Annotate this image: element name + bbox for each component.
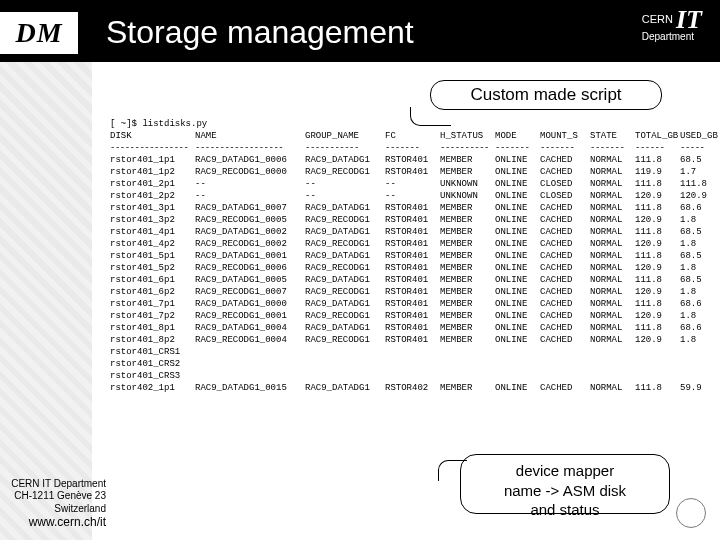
cell: RAC9_DATADG1_0015 xyxy=(195,382,305,394)
cell: 111.8 xyxy=(635,274,680,286)
cell: NORMAL xyxy=(590,274,635,286)
cell xyxy=(385,370,440,382)
cell: NORMAL xyxy=(590,178,635,190)
callout-bottom-l3: and status xyxy=(461,500,669,520)
cell: RAC9_DATADG1 xyxy=(305,274,385,286)
cell: ONLINE xyxy=(495,250,540,262)
cell: 1.8 xyxy=(680,310,710,322)
cell: RSTOR401 xyxy=(385,250,440,262)
table-row: rstor401_CRS1 xyxy=(110,346,710,358)
cell: rstor401_3p2 xyxy=(110,214,195,226)
cell: NORMAL xyxy=(590,286,635,298)
col-header: MODE xyxy=(495,130,540,142)
col-dash: ------- xyxy=(590,142,635,154)
cell: rstor401_5p1 xyxy=(110,250,195,262)
cell: 120.9 xyxy=(635,262,680,274)
cell xyxy=(440,358,495,370)
table-row: rstor401_6p1RAC9_DATADG1_0005RAC9_DATADG… xyxy=(110,274,710,286)
cell: RSTOR401 xyxy=(385,154,440,166)
table-row: rstor401_1p1RAC9_DATADG1_0006RAC9_DATADG… xyxy=(110,154,710,166)
footer-l3: Switzerland xyxy=(6,503,106,516)
cell: 111.8 xyxy=(635,298,680,310)
cell: RSTOR401 xyxy=(385,262,440,274)
cell: MEMBER xyxy=(440,322,495,334)
cell: MEMBER xyxy=(440,334,495,346)
cell: NORMAL xyxy=(590,382,635,394)
table-row: rstor401_7p1RAC9_DATADG1_0000RAC9_DATADG… xyxy=(110,298,710,310)
cell: CACHED xyxy=(540,298,590,310)
cell: RSTOR401 xyxy=(385,298,440,310)
cell: NORMAL xyxy=(590,310,635,322)
col-dash: ---------- xyxy=(440,142,495,154)
cell: MEMBER xyxy=(440,226,495,238)
cell: RAC9_DATADG1 xyxy=(305,154,385,166)
cell: ONLINE xyxy=(495,334,540,346)
table-row: rstor401_CRS2 xyxy=(110,358,710,370)
cell: MEMBER xyxy=(440,286,495,298)
cell: RAC9_RECODG1_0002 xyxy=(195,238,305,250)
cell: rstor401_2p2 xyxy=(110,190,195,202)
dept-text: Department xyxy=(642,32,702,42)
cell xyxy=(305,346,385,358)
cell: RAC9_DATADG1_0002 xyxy=(195,226,305,238)
cell: NORMAL xyxy=(590,226,635,238)
cell: rstor401_CRS1 xyxy=(110,346,195,358)
cell: 68.6 xyxy=(680,202,710,214)
footer-url: www.cern.ch/it xyxy=(6,515,106,530)
cell: MEMBER xyxy=(440,166,495,178)
cell: rstor401_CRS3 xyxy=(110,370,195,382)
cell: 1.8 xyxy=(680,286,710,298)
cell: NORMAL xyxy=(590,190,635,202)
cell: ONLINE xyxy=(495,286,540,298)
cell: -- xyxy=(305,190,385,202)
cell: RSTOR401 xyxy=(385,322,440,334)
cell: MEMBER xyxy=(440,310,495,322)
cell: CACHED xyxy=(540,322,590,334)
col-header: TOTAL_GB xyxy=(635,130,680,142)
cell: 120.9 xyxy=(635,310,680,322)
cell: 68.5 xyxy=(680,154,710,166)
table-row: rstor401_CRS3 xyxy=(110,370,710,382)
cell: 1.7 xyxy=(680,166,710,178)
cell: 111.8 xyxy=(635,202,680,214)
table-row: rstor401_8p2RAC9_RECODG1_0004RAC9_RECODG… xyxy=(110,334,710,346)
col-dash: ------ xyxy=(635,142,680,154)
col-dash: ----- xyxy=(680,142,710,154)
cell: rstor401_1p1 xyxy=(110,154,195,166)
cell: RAC9_RECODG1_0001 xyxy=(195,310,305,322)
table-row: rstor401_4p1RAC9_DATADG1_0002RAC9_DATADG… xyxy=(110,226,710,238)
cell: 120.9 xyxy=(635,286,680,298)
cell: 111.8 xyxy=(680,178,710,190)
cell: ONLINE xyxy=(495,190,540,202)
cell: RAC9_DATADG1_0006 xyxy=(195,154,305,166)
col-dash: ----------- xyxy=(305,142,385,154)
col-header: FC xyxy=(385,130,440,142)
cell: 111.8 xyxy=(635,250,680,262)
callout-bottom-l2: name -> ASM disk xyxy=(461,481,669,501)
cell: MEMBER xyxy=(440,238,495,250)
cell: NORMAL xyxy=(590,262,635,274)
cell: RAC9_RECODG1_0004 xyxy=(195,334,305,346)
cell: CACHED xyxy=(540,166,590,178)
sidebar-image xyxy=(0,62,92,540)
table-row: rstor401_5p2RAC9_RECODG1_0006RAC9_RECODG… xyxy=(110,262,710,274)
cell: rstor401_CRS2 xyxy=(110,358,195,370)
cell: 1.8 xyxy=(680,214,710,226)
col-header: MOUNT_S xyxy=(540,130,590,142)
cell: MEMBER xyxy=(440,382,495,394)
cell: -- xyxy=(385,178,440,190)
cell: CACHED xyxy=(540,226,590,238)
cell: CACHED xyxy=(540,214,590,226)
table-row: rstor401_2p1------UNKNOWNONLINECLOSEDNOR… xyxy=(110,178,710,190)
cell: MEMBER xyxy=(440,298,495,310)
cell: rstor401_4p1 xyxy=(110,226,195,238)
cell: rstor401_7p2 xyxy=(110,310,195,322)
footer-l2: CH-1211 Genève 23 xyxy=(6,490,106,503)
col-header: STATE xyxy=(590,130,635,142)
table-row: rstor401_5p1RAC9_DATADG1_0001RAC9_DATADG… xyxy=(110,250,710,262)
col-dash: ------------------ xyxy=(195,142,305,154)
cell: NORMAL xyxy=(590,154,635,166)
cell: RAC9_DATADG1 xyxy=(305,226,385,238)
cell: RAC9_DATADG1 xyxy=(305,202,385,214)
cell: 68.6 xyxy=(680,322,710,334)
